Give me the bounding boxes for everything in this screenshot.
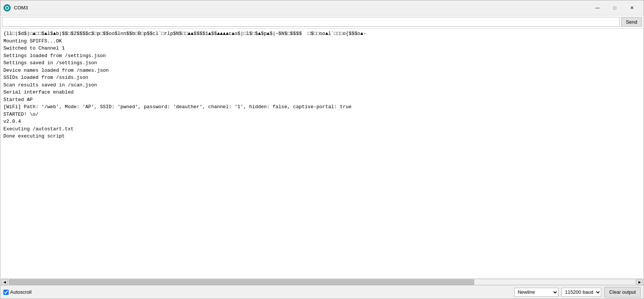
- svg-point-2: [6, 7, 8, 9]
- close-button[interactable]: ✕: [623, 2, 641, 14]
- window-title: COM3: [14, 5, 589, 11]
- baud-select[interactable]: 300 baud1200 baud2400 baud4800 baud9600 …: [561, 288, 601, 297]
- serial-output-area: {ll□|$d$|□▲□□$▲l$▲b|$$□$2$$$$c$□p□$$oo$l…: [0, 29, 644, 278]
- autoscroll-label[interactable]: Autoscroll: [3, 289, 32, 295]
- main-window: COM3 — □ ✕ Send {ll□|$d$|□▲□□$▲l$▲b|$$□$…: [0, 0, 644, 299]
- newline-select[interactable]: No line endingNewlineCarriage returnBoth…: [514, 288, 558, 297]
- serial-input[interactable]: [2, 17, 620, 27]
- app-icon: [3, 4, 11, 12]
- clear-output-button[interactable]: Clear output: [604, 287, 641, 297]
- scroll-right-button[interactable]: ▶: [636, 279, 643, 285]
- autoscroll-text: Autoscroll: [10, 289, 32, 295]
- scroll-thumb-horizontal[interactable]: [9, 279, 474, 285]
- status-bar: Autoscroll No line endingNewlineCarriage…: [0, 285, 644, 299]
- scroll-left-button[interactable]: ◀: [1, 279, 8, 285]
- scroll-track-horizontal[interactable]: [9, 279, 635, 285]
- horizontal-scrollbar[interactable]: ◀ ▶: [0, 278, 644, 285]
- send-button[interactable]: Send: [621, 17, 642, 27]
- minimize-button[interactable]: —: [589, 2, 606, 14]
- title-bar: COM3 — □ ✕: [0, 0, 644, 15]
- maximize-button[interactable]: □: [606, 2, 623, 14]
- window-controls: — □ ✕: [589, 2, 641, 14]
- input-toolbar: Send: [0, 15, 644, 29]
- autoscroll-checkbox[interactable]: [3, 290, 9, 295]
- serial-output-text: {ll□|$d$|□▲□□$▲l$▲b|$$□$2$$$$c$□p□$$oo$l…: [3, 30, 641, 140]
